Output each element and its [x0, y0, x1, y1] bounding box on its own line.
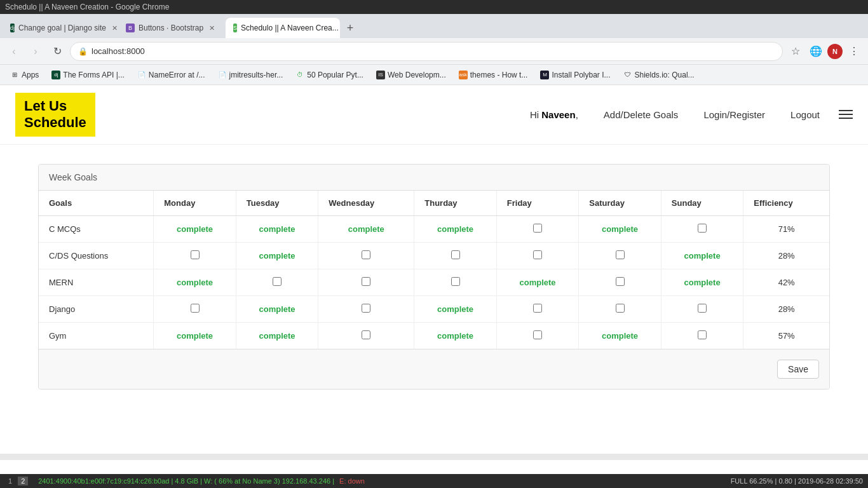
efficiency-1: 28%: [743, 242, 829, 269]
bookmark-shields[interactable]: 🛡 Shields.io: Qual...: [618, 69, 700, 81]
webdev-favicon: IS: [376, 71, 385, 79]
save-button[interactable]: Save: [777, 360, 819, 379]
cell-saturday-2[interactable]: [579, 269, 661, 295]
bookmark-apps-label: Apps: [22, 71, 39, 79]
col-sunday: Sunday: [661, 191, 743, 216]
horizontal-scrollbar[interactable]: [0, 454, 868, 460]
checkbox-saturday-2[interactable]: [616, 277, 625, 286]
address-bar[interactable]: 🔒 localhost:8000: [70, 42, 783, 61]
menu-button[interactable]: ⋮: [845, 43, 863, 60]
cell-saturday-1[interactable]: [579, 242, 661, 269]
section-title: Week Goals: [49, 172, 97, 182]
tab-change-goal[interactable]: dj Change goal | Django site ✕: [3, 18, 117, 38]
checkbox-tuesday-2[interactable]: [273, 277, 281, 286]
cell-saturday-4: complete: [579, 322, 661, 349]
tab-close-2[interactable]: ✕: [207, 24, 217, 33]
cell-thurday-1[interactable]: [414, 242, 497, 269]
cell-friday-0[interactable]: [496, 215, 579, 242]
col-friday: Friday: [496, 191, 579, 216]
bookmark-python[interactable]: ⏱ 50 Popular Pyt...: [290, 69, 369, 81]
back-button[interactable]: ‹: [5, 43, 23, 60]
profile-button[interactable]: N: [827, 44, 843, 59]
bookmark-star[interactable]: ☆: [787, 43, 804, 60]
logout-link[interactable]: Logout: [790, 109, 820, 120]
cell-friday-4[interactable]: [496, 322, 579, 349]
col-wednesday: Wednesday: [318, 191, 414, 216]
bookmark-nameerror-label: NameError at /...: [149, 71, 205, 79]
cell-sunday-1: complete: [661, 242, 743, 269]
checkbox-sunday-3[interactable]: [698, 304, 707, 313]
bookmark-apps[interactable]: ⊞ Apps: [5, 69, 44, 81]
tab-schedulo[interactable]: S Schedulo || A Naveen Crea... ✕: [226, 18, 340, 38]
col-monday: Monday: [154, 191, 236, 216]
address-text: localhost:8000: [92, 46, 145, 56]
tab-bootstrap[interactable]: B Buttons · Bootstrap ✕: [118, 18, 224, 38]
checkbox-friday-1[interactable]: [533, 250, 542, 259]
checkbox-monday-3[interactable]: [191, 304, 200, 313]
cell-tuesday-2[interactable]: [236, 269, 318, 295]
checkbox-saturday-1[interactable]: [616, 250, 625, 259]
hamburger-menu[interactable]: [839, 110, 853, 119]
cell-wednesday-1[interactable]: [318, 242, 414, 269]
tab-label-1: Change goal | Django site: [18, 24, 106, 32]
checkbox-saturday-3[interactable]: [616, 304, 625, 313]
cell-friday-2: complete: [496, 269, 579, 295]
goals-table: Goals Monday Tuesday Wednesday Thurday F…: [39, 191, 829, 349]
cell-wednesday-0: complete: [318, 215, 414, 242]
goal-name-3: Django: [39, 295, 154, 322]
checkbox-wednesday-2[interactable]: [362, 277, 370, 286]
table-row: MERNcompletecompletecomplete42%: [39, 269, 829, 295]
themes-favicon: ask: [459, 71, 468, 79]
cell-wednesday-3[interactable]: [318, 295, 414, 322]
cell-friday-1[interactable]: [496, 242, 579, 269]
cell-sunday-3[interactable]: [661, 295, 743, 322]
checkbox-friday-0[interactable]: [533, 224, 542, 233]
cell-sunday-4[interactable]: [661, 322, 743, 349]
table-row: Djangocompletecomplete28%: [39, 295, 829, 322]
bookmark-forms-api[interactable]: dj The Forms API |...: [46, 69, 129, 81]
reload-button[interactable]: ↻: [48, 43, 66, 60]
checkbox-monday-1[interactable]: [191, 250, 200, 259]
forms-favicon: dj: [51, 71, 60, 79]
week-goals-table-container: Week Goals Goals Monday Tuesday Wednesda…: [38, 164, 830, 390]
checkbox-sunday-0[interactable]: [698, 224, 707, 233]
cell-tuesday-0: complete: [236, 215, 318, 242]
goal-name-2: MERN: [39, 269, 154, 295]
nav-actions: ☆ 🌐 N ⋮: [787, 43, 863, 60]
extensions-button[interactable]: 🌐: [807, 43, 825, 60]
cell-thurday-3: complete: [414, 295, 497, 322]
bookmark-jmit[interactable]: 📄 jmitresults-her...: [213, 69, 288, 81]
cell-tuesday-1: complete: [236, 242, 318, 269]
add-delete-goals-link[interactable]: Add/Delete Goals: [604, 109, 679, 120]
cell-tuesday-4: complete: [236, 322, 318, 349]
checkbox-thurday-2[interactable]: [451, 277, 460, 286]
shields-favicon: 🛡: [623, 71, 632, 79]
checkbox-wednesday-3[interactable]: [362, 304, 370, 313]
cell-sunday-0[interactable]: [661, 215, 743, 242]
cell-wednesday-4[interactable]: [318, 322, 414, 349]
checkbox-friday-3[interactable]: [533, 304, 542, 313]
bookmark-themes[interactable]: ask themes - How t...: [454, 69, 533, 81]
cell-thurday-4: complete: [414, 322, 497, 349]
tab-close-1[interactable]: ✕: [110, 24, 117, 33]
cell-monday-3[interactable]: [154, 295, 236, 322]
save-row: Save: [39, 349, 829, 389]
cell-saturday-3[interactable]: [579, 295, 661, 322]
new-tab-button[interactable]: +: [341, 19, 359, 37]
bookmark-polybar[interactable]: M Install Polybar I...: [535, 69, 615, 81]
tab-favicon-2: B: [126, 24, 135, 32]
checkbox-wednesday-4[interactable]: [362, 330, 370, 339]
checkbox-friday-4[interactable]: [533, 330, 542, 339]
cell-friday-3[interactable]: [496, 295, 579, 322]
bookmark-webdev[interactable]: IS Web Developm...: [371, 69, 451, 81]
cell-thurday-2[interactable]: [414, 269, 497, 295]
cell-wednesday-2[interactable]: [318, 269, 414, 295]
logo-line2: Schedule: [24, 114, 86, 131]
checkbox-wednesday-1[interactable]: [362, 250, 370, 259]
checkbox-thurday-1[interactable]: [451, 250, 460, 259]
bookmark-nameerror[interactable]: 📄 NameError at /...: [132, 69, 210, 81]
cell-monday-1[interactable]: [154, 242, 236, 269]
forward-button[interactable]: ›: [27, 43, 44, 60]
login-register-link[interactable]: Login/Register: [703, 109, 765, 120]
checkbox-sunday-4[interactable]: [698, 330, 707, 339]
